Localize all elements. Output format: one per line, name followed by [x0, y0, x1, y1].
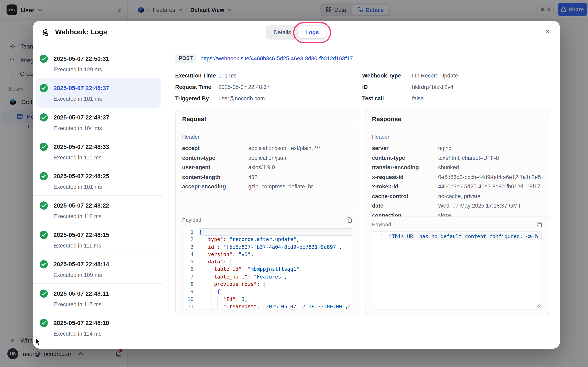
log-timestamp: 2025-05-07 22:48:22 — [53, 202, 109, 209]
log-timestamp: 2025-05-07 22:48:11 — [53, 290, 109, 297]
indent-guide — [199, 303, 205, 310]
success-check-icon — [40, 319, 48, 327]
code-token: "CreatedAt" — [223, 303, 257, 309]
code-token: : — [223, 236, 229, 242]
header-key: content-length — [182, 174, 248, 180]
header-value: gzip, compress, deflate, br — [248, 184, 352, 190]
method-badge: POST — [175, 54, 196, 63]
indent-guide — [205, 281, 211, 288]
code-line: 4"version": "v3", — [182, 251, 352, 258]
log-list-item[interactable]: 2025-05-07 22:50:31Executed in 129 ms — [33, 49, 164, 78]
indent-guide — [205, 266, 211, 273]
code-line: 9{ — [182, 288, 352, 296]
header-value: Wed, 07 May 2025 17:18:37 GMT — [438, 203, 542, 209]
header-key: accept — [182, 145, 248, 151]
header-key: x-token-id — [372, 184, 438, 190]
code-token: : — [232, 251, 238, 257]
log-list: 2025-05-07 22:50:31Executed in 129 ms202… — [33, 44, 164, 349]
resize-grip-icon[interactable] — [536, 303, 541, 308]
request-card: Request Header acceptapplication/json, t… — [175, 110, 359, 315]
log-list-item[interactable]: 2025-05-07 22:48:14Executed in 109 ms — [33, 254, 164, 284]
code-token: : — [217, 244, 223, 250]
code-token: "v3" — [238, 251, 251, 257]
webhook-icon — [41, 28, 50, 37]
line-number: 4 — [182, 251, 199, 258]
code-line: 8"previous_rows": [ — [182, 281, 352, 288]
log-timestamp: 2025-05-07 22:48:25 — [53, 173, 109, 179]
log-item-row: 2025-05-07 22:48:22 — [40, 201, 156, 210]
code-token: "table_name" — [211, 274, 248, 280]
response-card: Response Header servernginxcontent-typet… — [365, 110, 549, 315]
log-item-row: 2025-05-07 22:48:25 — [40, 172, 156, 180]
indent-guide — [205, 303, 211, 310]
payload-section-label: Payload — [182, 217, 201, 223]
header-key: content-type — [372, 155, 438, 161]
log-timestamp: 2025-05-07 22:48:15 — [53, 232, 109, 238]
log-timestamp: 2025-05-07 22:48:37 — [53, 85, 109, 91]
indent-guide — [199, 295, 205, 303]
success-check-icon — [40, 55, 48, 63]
request-payload-editor[interactable]: 1{2"type": "records.after.update",3"id":… — [182, 227, 352, 310]
log-list-item[interactable]: 2025-05-07 22:48:10Executed in 114 ms — [33, 313, 164, 342]
request-card-title: Request — [176, 110, 359, 128]
code-content: { — [199, 228, 352, 236]
execution-meta: Execution Time101 msWebhook TypeOn Recor… — [175, 73, 549, 101]
log-timestamp: 2025-05-07 22:48:10 — [53, 320, 109, 326]
meta-value: 2025-05-07 22:48:37 — [218, 84, 362, 90]
code-token: 3 — [242, 296, 245, 302]
modal-tab-details[interactable]: Details — [267, 26, 298, 39]
log-list-item[interactable]: 2025-05-07 22:48:33Executed in 115 ms — [33, 137, 164, 166]
webhook-url-link[interactable]: https://webhook.site/4460b3c6-5d25-46e3-… — [200, 55, 353, 61]
copy-icon[interactable] — [536, 221, 542, 227]
code-token: : — [223, 259, 229, 265]
log-list-item[interactable]: 2025-05-07 22:48:25Executed in 101 ms — [33, 166, 164, 196]
response-payload-editor[interactable]: 1"This URL has no default content config… — [372, 231, 542, 309]
app-root: US User « / Features / Default View Data… — [0, 0, 588, 367]
line-number: 11 — [182, 303, 199, 310]
log-duration: Executed in 115 ms — [53, 155, 156, 161]
code-token: "mbmppjnstflsqq1" — [248, 266, 300, 272]
log-duration: Executed in 104 ms — [53, 125, 156, 131]
code-content: "data": { — [199, 258, 352, 266]
log-list-item[interactable]: 2025-05-07 22:48:11Executed in 117 ms — [33, 284, 164, 313]
copy-icon[interactable] — [346, 217, 352, 223]
header-key: server — [372, 145, 438, 151]
code-token: , — [251, 251, 254, 257]
indent-guide — [199, 243, 205, 251]
log-item-row: 2025-05-07 22:48:33 — [40, 143, 156, 151]
header-key: x-request-id — [372, 174, 438, 180]
line-number: 5 — [182, 258, 199, 266]
meta-label: Execution Time — [175, 73, 218, 79]
log-list-item[interactable]: 2025-05-07 22:48:37Executed in 101 ms — [35, 78, 161, 108]
indent-guide — [199, 266, 205, 273]
log-list-item[interactable]: 2025-05-07 22:48:37Executed in 104 ms — [33, 108, 164, 137]
line-number: 10 — [182, 295, 199, 303]
code-line: 5"data": { — [182, 258, 352, 266]
code-token: "This URL has no default content configu… — [389, 233, 538, 239]
header-key: cache-control — [372, 193, 438, 199]
log-timestamp: 2025-05-07 22:48:33 — [53, 143, 109, 150]
log-list-item[interactable]: 2025-05-07 22:48:22Executed in 118 ms — [33, 196, 164, 225]
code-content: "This URL has no default content configu… — [389, 233, 542, 240]
resize-grip-icon[interactable] — [346, 304, 351, 308]
log-item-row: 2025-05-07 22:48:11 — [40, 290, 156, 298]
code-token: , — [284, 274, 287, 280]
code-line: 10"Id": 3, — [182, 295, 352, 303]
log-item-row: 2025-05-07 22:48:10 — [40, 319, 156, 327]
indent-guide — [205, 295, 211, 303]
code-token: : — [248, 274, 254, 280]
log-duration: Executed in 109 ms — [53, 272, 156, 278]
success-check-icon — [40, 201, 48, 210]
log-duration: Executed in 114 ms — [53, 331, 156, 337]
header-section-label: Header — [372, 134, 542, 140]
log-duration: Executed in 111 ms — [53, 243, 156, 249]
log-item-row: 2025-05-07 22:48:14 — [40, 260, 156, 268]
code-token: , — [299, 266, 302, 272]
modal-body: 2025-05-07 22:50:31Executed in 129 ms202… — [33, 44, 560, 349]
indent-guide — [199, 281, 205, 288]
modal-tab-logs[interactable]: Logs — [298, 26, 326, 39]
log-list-item[interactable]: 2025-05-07 22:48:15Executed in 111 ms — [33, 225, 164, 254]
close-icon[interactable]: × — [545, 28, 550, 35]
modal-title: Webhook: Logs — [55, 28, 107, 36]
header-key: accept-encoding — [182, 184, 248, 190]
